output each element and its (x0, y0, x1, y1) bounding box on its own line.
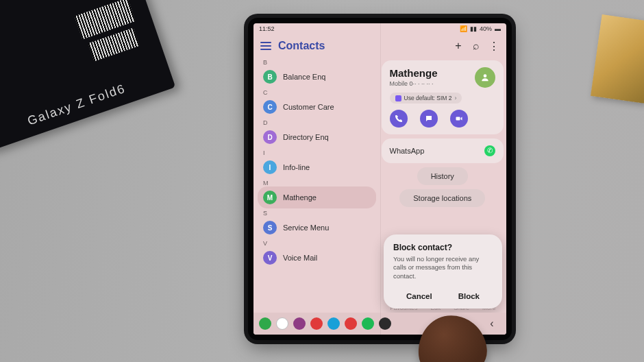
avatar: M (263, 191, 277, 204)
contact-row-name: Balance Enq (283, 73, 325, 81)
contact-row-name: Directory Enq (283, 133, 329, 141)
phone-icon (395, 114, 403, 123)
add-button[interactable]: + (453, 40, 464, 51)
contact-row-name: Customer Care (283, 103, 334, 111)
avatar: S (263, 221, 277, 234)
avatar: B (263, 70, 277, 84)
history-button[interactable]: History (417, 167, 468, 185)
search-icon: ⌕ (473, 40, 480, 52)
contact-row[interactable]: VVoice Mail (253, 247, 380, 269)
cancel-button[interactable]: Cancel (399, 288, 439, 304)
status-time: 11:52 (259, 25, 275, 32)
sim-chip[interactable]: Use default: SIM 2 › (390, 93, 462, 104)
avatar: D (263, 130, 277, 144)
contact-row[interactable]: BBalance Enq (253, 66, 380, 88)
contact-row[interactable]: MMathenge (258, 186, 376, 208)
section-header: I (253, 148, 380, 156)
dock-app[interactable] (276, 317, 288, 330)
storage-button[interactable]: Storage locations (399, 189, 485, 207)
block-button[interactable]: Block (451, 288, 486, 304)
avatar: I (263, 160, 277, 174)
section-header: V (253, 239, 380, 247)
section-header: B (253, 58, 380, 66)
whatsapp-card[interactable]: WhatsApp ✆ (382, 138, 504, 163)
avatar (475, 67, 495, 88)
dock-app[interactable] (379, 317, 391, 330)
message-button[interactable] (420, 110, 438, 128)
sim-icon (395, 95, 401, 101)
dialog-title: Block contact? (393, 243, 493, 252)
section-header: C (253, 88, 380, 96)
more-icon: ⋮ (488, 40, 499, 53)
avatar: C (263, 100, 277, 114)
app-header: Contacts + ⌕ ⋮ (253, 34, 506, 58)
contact-row[interactable]: IInfo-line (253, 156, 380, 178)
dock-apps (259, 317, 391, 330)
block-contact-dialog: Block contact? You will no longer receiv… (384, 234, 502, 309)
quick-actions (390, 110, 496, 128)
section-header: D (253, 118, 380, 126)
wifi-icon: 📶 (460, 25, 467, 32)
plus-icon: + (455, 40, 461, 52)
contact-row[interactable]: CCustomer Care (253, 96, 380, 118)
video-icon (455, 114, 463, 123)
dialog-body: You will no longer receive any calls or … (393, 255, 493, 281)
chevron-right-icon: › (454, 95, 456, 101)
chat-icon (425, 114, 433, 123)
whatsapp-label: WhatsApp (390, 147, 425, 155)
contact-row-name: Info-line (283, 163, 310, 171)
dialog-actions: Cancel Block (393, 288, 493, 304)
avatar: V (263, 251, 277, 265)
status-bar: 11:52 📶 ▮▮ 40% ▬ (253, 23, 506, 34)
section-header: S (253, 208, 380, 217)
contact-list[interactable]: BBBalance EnqCCCustomer CareDDDirectory … (253, 58, 380, 313)
svg-rect-1 (456, 117, 460, 120)
video-button[interactable] (450, 110, 468, 128)
contact-row[interactable]: SService Menu (253, 217, 380, 239)
dock-app[interactable] (293, 317, 306, 330)
nav-back[interactable]: ‹ (483, 319, 501, 328)
app-title: Contacts (278, 40, 325, 52)
contact-row[interactable]: DDirectory Enq (253, 126, 380, 148)
dock-app[interactable] (345, 317, 357, 330)
section-header: M (253, 178, 380, 186)
svg-point-0 (484, 74, 487, 77)
detail-pills: History Storage locations (382, 167, 504, 207)
more-button[interactable]: ⋮ (488, 40, 499, 51)
contact-header-card: Mathenge Mobile 0·· · ·· ·· · Use defaul… (382, 60, 504, 134)
screen: 11:52 📶 ▮▮ 40% ▬ Contacts + ⌕ ⋮ BBBalanc… (253, 23, 506, 335)
tablet-device: 11:52 📶 ▮▮ 40% ▬ Contacts + ⌕ ⋮ BBBalanc… (248, 18, 512, 340)
dock-app[interactable] (310, 317, 323, 330)
contact-row-name: Mathenge (283, 193, 317, 202)
search-button[interactable]: ⌕ (471, 40, 482, 51)
person-icon (480, 73, 490, 82)
menu-button[interactable] (260, 42, 271, 50)
contact-row-name: Service Menu (283, 224, 329, 232)
sim-chip-label: Use default: SIM 2 (404, 95, 452, 101)
dock-app[interactable] (362, 317, 374, 330)
signal-icon: ▮▮ (470, 25, 477, 32)
whatsapp-icon: ✆ (484, 145, 495, 156)
contact-row-name: Voice Mail (283, 254, 317, 262)
call-button[interactable] (390, 110, 408, 128)
dock-app[interactable] (327, 317, 340, 330)
dock-app[interactable] (259, 317, 271, 330)
battery-icon: ▬ (495, 25, 501, 32)
battery-text: 40% (480, 25, 492, 32)
